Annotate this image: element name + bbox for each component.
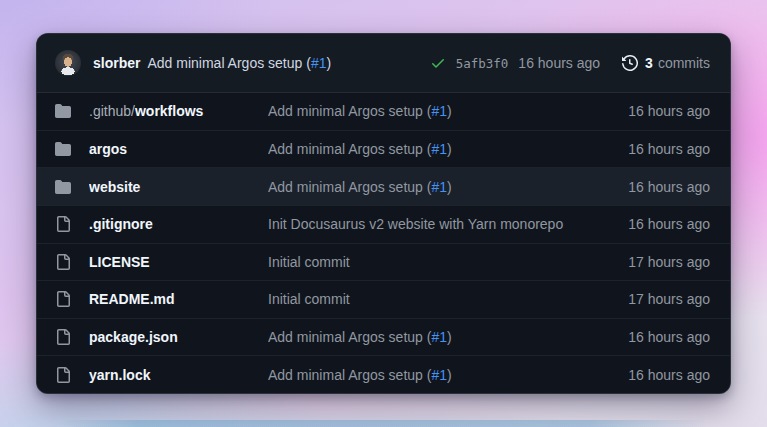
table-row-gitignore[interactable]: .gitignore Init Docusaurus v2 website wi… [37,205,730,243]
folder-icon [55,141,71,157]
row-msg-close: ) [447,179,452,195]
row-msg-text: Initial commit [268,291,350,307]
row-commit-message: Add minimal Argos setup (#1) [268,329,616,345]
row-commit-message: Add minimal Argos setup (#1) [268,367,616,383]
check-icon [430,55,446,71]
row-time: 16 hours ago [628,179,710,195]
row-time: 16 hours ago [628,216,710,232]
file-table: .github/workflows Add minimal Argos setu… [37,93,730,393]
row-msg-close: ) [447,329,452,345]
history-icon [622,55,638,71]
file-name-text[interactable]: package.json [89,329,178,345]
row-commit-message: Add minimal Argos setup (#1) [268,141,616,157]
file-name[interactable]: argos [89,141,268,157]
folder-icon [55,103,71,119]
folder-icon [55,179,71,195]
file-name-text[interactable]: LICENSE [89,254,150,270]
pr-link[interactable]: #1 [311,55,327,71]
row-msg-text: Initial commit [268,254,350,270]
file-icon [55,291,71,307]
row-time: 16 hours ago [628,103,710,119]
file-name-text[interactable]: .gitignore [89,216,153,232]
file-name[interactable]: package.json [89,329,268,345]
commit-time: 16 hours ago [518,55,600,71]
file-name[interactable]: .github/workflows [89,103,268,119]
commits-count: 3 [645,55,653,71]
background-glow [60,420,707,427]
table-row-yarn-lock[interactable]: yarn.lock Add minimal Argos setup (#1) 1… [37,355,730,393]
row-commit-message: Init Docusaurus v2 website with Yarn mon… [268,216,616,232]
row-msg-close: ) [447,141,452,157]
row-msg-text: Add minimal Argos setup ( [268,141,431,157]
file-icon [55,254,71,270]
dir-name[interactable]: workflows [135,103,203,119]
row-msg-text: Add minimal Argos setup ( [268,367,431,383]
commit-meta: 5afb3f0 16 hours ago 3 commits [430,55,710,71]
repo-file-browser: slorber Add minimal Argos setup (#1) 5af… [36,33,731,394]
table-row-argos[interactable]: argos Add minimal Argos setup (#1) 16 ho… [37,130,730,168]
pr-link[interactable]: #1 [431,329,447,345]
table-row-website[interactable]: website Add minimal Argos setup (#1) 16 … [37,167,730,205]
pr-link[interactable]: #1 [431,103,447,119]
author-name[interactable]: slorber [93,55,140,71]
row-msg-text: Add minimal Argos setup ( [268,103,431,119]
commit-history-link[interactable]: 3 commits [622,55,710,71]
file-name-text[interactable]: yarn.lock [89,367,150,383]
commit-message-text: Add minimal Argos setup ( [147,55,310,71]
dir-prefix[interactable]: .github/ [89,103,135,119]
row-msg-text: Add minimal Argos setup ( [268,179,431,195]
row-commit-message: Add minimal Argos setup (#1) [268,179,616,195]
pr-link[interactable]: #1 [431,141,447,157]
table-row-package-json[interactable]: package.json Add minimal Argos setup (#1… [37,318,730,356]
row-commit-message: Initial commit [268,254,616,270]
file-name[interactable]: yarn.lock [89,367,268,383]
row-time: 17 hours ago [628,291,710,307]
file-icon [55,216,71,232]
latest-commit-bar: slorber Add minimal Argos setup (#1) 5af… [37,34,730,93]
file-name[interactable]: LICENSE [89,254,268,270]
pr-link[interactable]: #1 [431,367,447,383]
file-name[interactable]: .gitignore [89,216,268,232]
file-name[interactable]: README.md [89,291,268,307]
file-name-text[interactable]: README.md [89,291,175,307]
author-avatar[interactable] [55,50,81,76]
row-commit-message: Initial commit [268,291,616,307]
row-time: 16 hours ago [628,141,710,157]
file-icon [55,329,71,345]
row-msg-close: ) [447,367,452,383]
row-time: 16 hours ago [628,367,710,383]
commit-hash[interactable]: 5afb3f0 [456,56,509,71]
dir-name[interactable]: website [89,179,140,195]
file-name[interactable]: website [89,179,268,195]
commit-message[interactable]: Add minimal Argos setup (#1) [147,55,331,71]
row-msg-text: Add minimal Argos setup ( [268,329,431,345]
pr-link[interactable]: #1 [431,179,447,195]
file-icon [55,367,71,383]
row-time: 16 hours ago [628,329,710,345]
row-msg-text: Init Docusaurus v2 website with Yarn mon… [268,216,563,232]
commit-message-close: ) [326,55,331,71]
table-row-readme[interactable]: README.md Initial commit 17 hours ago [37,280,730,318]
dir-name[interactable]: argos [89,141,127,157]
table-row-workflows[interactable]: .github/workflows Add minimal Argos setu… [37,93,730,130]
table-row-license[interactable]: LICENSE Initial commit 17 hours ago [37,243,730,281]
row-msg-close: ) [447,103,452,119]
row-commit-message: Add minimal Argos setup (#1) [268,103,616,119]
commits-label: commits [658,55,710,71]
row-time: 17 hours ago [628,254,710,270]
